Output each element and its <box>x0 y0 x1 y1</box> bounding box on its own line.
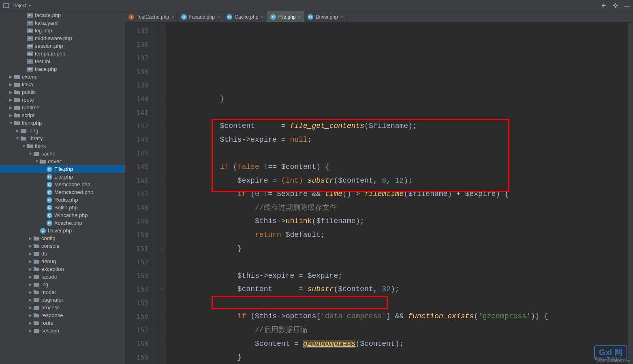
tree-item[interactable]: ▶extend <box>0 73 125 81</box>
fold-marker[interactable] <box>158 38 166 52</box>
fold-marker[interactable] <box>158 187 166 201</box>
code-line[interactable]: $content = gzuncompress($content); <box>167 337 628 351</box>
code-line[interactable]: $this->expire = null; <box>167 133 628 147</box>
code-line[interactable]: $content = file_get_contents($filename); <box>167 119 628 133</box>
tree-arrow-icon[interactable]: ▼ <box>34 159 40 164</box>
tree-item[interactable]: ▶public <box>0 88 125 96</box>
tree-arrow-icon[interactable]: ▶ <box>28 251 33 256</box>
tree-arrow-icon[interactable]: ▶ <box>28 259 33 264</box>
tree-item[interactable]: ▶paginator <box>0 296 125 304</box>
editor-tab[interactable]: CCache.php× <box>223 11 267 22</box>
tree-arrow-icon[interactable]: ▶ <box>28 236 33 241</box>
tree-item[interactable]: CMemcache.php <box>0 181 125 188</box>
tree-item[interactable]: ▶facade <box>0 273 125 281</box>
tree-arrow-icon[interactable]: ▶ <box>8 75 14 79</box>
editor-scrollbar[interactable] <box>628 23 633 364</box>
collapse-icon[interactable] <box>601 3 607 9</box>
tree-item[interactable]: CWincache.php <box>0 211 125 219</box>
fold-marker[interactable] <box>158 228 166 242</box>
fold-marker[interactable] <box>158 296 166 310</box>
tree-arrow-icon[interactable]: ▶ <box>28 290 33 294</box>
tree-item[interactable]: ▶model <box>0 288 125 296</box>
fold-marker[interactable]: ⌃ <box>158 337 166 351</box>
project-dropdown[interactable]: Project ▼ <box>11 3 32 9</box>
code-line[interactable]: $this->unlink($filename); <box>167 215 628 228</box>
tree-item[interactable]: ▶script <box>0 111 125 119</box>
tree-arrow-icon[interactable]: ▶ <box>15 128 20 133</box>
code-line[interactable]: } <box>167 242 628 256</box>
fold-marker[interactable]: ⌃ <box>158 283 166 296</box>
tree-item[interactable]: phptrace.php <box>0 65 125 73</box>
tree-item[interactable]: phplog.php <box>0 27 125 34</box>
code-line[interactable] <box>167 255 628 269</box>
tree-item[interactable]: ▶runtime <box>0 104 125 111</box>
tree-arrow-icon[interactable]: ▼ <box>21 144 27 148</box>
code-line[interactable] <box>167 106 628 120</box>
editor-tab[interactable]: TTestCache.php× <box>125 11 178 22</box>
code-area[interactable]: } $content = file_get_contents($filename… <box>166 23 628 364</box>
tree-item[interactable]: ▼library <box>0 134 125 142</box>
fold-marker[interactable] <box>158 269 166 283</box>
tree-item[interactable]: ▶db <box>0 250 125 258</box>
tree-item[interactable]: ▼cache <box>0 150 125 158</box>
tree-item[interactable]: ▶route <box>0 319 125 327</box>
tree-item[interactable]: CLite.php <box>0 173 125 181</box>
fold-marker[interactable] <box>158 106 166 120</box>
fold-marker[interactable] <box>158 133 166 147</box>
fold-marker[interactable] <box>158 201 166 215</box>
tree-item[interactable]: CRedis.php <box>0 196 125 204</box>
project-tree[interactable]: phpfacade.phpYkaka.yamlphplog.phpphpmidd… <box>0 11 125 364</box>
tree-item[interactable]: ▶lang <box>0 127 125 134</box>
tree-arrow-icon[interactable]: ▶ <box>8 113 14 117</box>
tree-arrow-icon[interactable]: ▶ <box>28 244 33 248</box>
tree-item[interactable]: phpfacade.php <box>0 11 125 19</box>
editor-body[interactable]: 1351361371381391401411421431441451461471… <box>125 23 633 364</box>
tree-item[interactable]: Ykaka.yaml <box>0 19 125 27</box>
tree-arrow-icon[interactable]: ▶ <box>8 82 14 87</box>
tree-item[interactable]: phptemplate.php <box>0 50 125 57</box>
code-line[interactable] <box>167 296 628 310</box>
tree-item[interactable]: ▶session <box>0 327 125 334</box>
tree-arrow-icon[interactable]: ▶ <box>28 313 33 317</box>
fold-marker[interactable] <box>158 215 166 228</box>
close-icon[interactable]: × <box>171 15 174 19</box>
gear-icon[interactable] <box>613 3 618 9</box>
tree-arrow-icon[interactable]: ▶ <box>28 305 33 310</box>
code-line[interactable]: $expire = (int) substr($content, 8, 12); <box>167 174 628 188</box>
tree-item[interactable]: CDriver.php <box>0 227 125 234</box>
tree-item[interactable]: ▶exception <box>0 265 125 273</box>
tree-item[interactable]: CFile.php <box>0 165 125 173</box>
code-line[interactable] <box>167 147 628 160</box>
editor-tab[interactable]: CFacade.php× <box>178 11 224 22</box>
editor-tab[interactable]: CFile.php× <box>267 11 304 22</box>
tree-item[interactable]: ▶process <box>0 304 125 311</box>
tree-item[interactable]: ▶debug <box>0 258 125 265</box>
tree-arrow-icon[interactable]: ▶ <box>8 98 14 102</box>
fold-marker[interactable]: ⌃ <box>158 24 166 38</box>
tree-item[interactable]: ▶log <box>0 281 125 288</box>
fold-marker[interactable] <box>158 351 166 364</box>
code-line[interactable]: if (false !== $content) { <box>167 160 628 174</box>
code-line[interactable]: //启用数据压缩 <box>167 324 628 337</box>
hide-icon[interactable]: — <box>624 2 630 9</box>
fold-marker[interactable]: ⌃ <box>158 174 166 188</box>
fold-marker[interactable] <box>158 65 166 79</box>
fold-marker[interactable]: ⌄ <box>158 242 166 256</box>
tree-item[interactable]: ▼think <box>0 142 125 150</box>
tree-item[interactable]: ▶config <box>0 234 125 242</box>
code-line[interactable]: if (0 != $expire && time() > filemtime($… <box>167 187 628 201</box>
tree-arrow-icon[interactable]: ▶ <box>28 275 33 279</box>
fold-marker[interactable] <box>158 255 166 269</box>
fold-marker[interactable] <box>158 51 166 65</box>
code-line[interactable]: $content = substr($content, 32); <box>167 283 628 296</box>
tree-arrow-icon[interactable]: ▼ <box>28 151 33 156</box>
tree-arrow-icon[interactable]: ▶ <box>8 90 14 94</box>
close-icon[interactable]: × <box>340 15 343 19</box>
tree-arrow-icon[interactable]: ▼ <box>15 136 20 140</box>
tree-item[interactable]: CXcache.php <box>0 219 125 227</box>
tree-item[interactable]: phpmiddleware.php <box>0 34 125 42</box>
tree-item[interactable]: CSqlite.php <box>0 204 125 211</box>
fold-marker[interactable]: ⌄ <box>158 92 166 106</box>
fold-marker[interactable]: ⌄ <box>158 119 166 133</box>
code-line[interactable]: } <box>167 351 628 364</box>
